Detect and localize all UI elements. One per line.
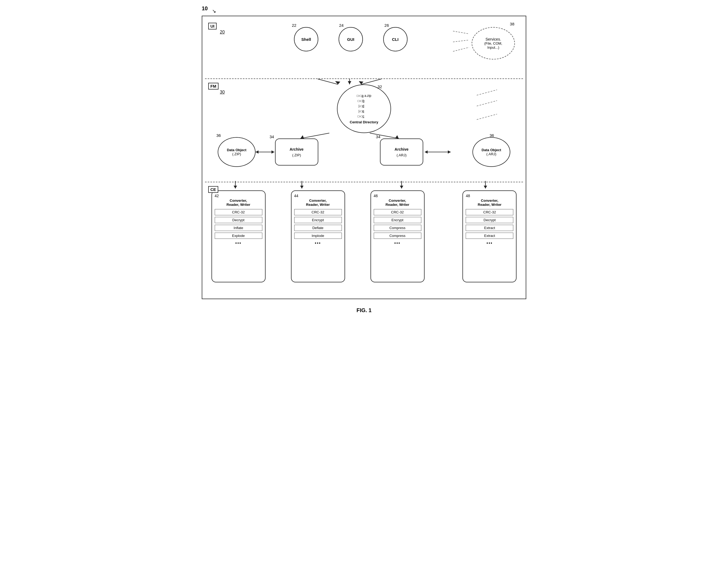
encrypt-46: Encrypt bbox=[374, 217, 421, 223]
ui-layer: UI 20 Shell 22 GUI 24 CLI 26 Services. (… bbox=[205, 19, 523, 79]
ce-layer: CE 40 42 Converter, Reader, Writer CRC-3… bbox=[205, 182, 523, 296]
data-obj-zip-ref: 36 bbox=[216, 133, 221, 138]
svg-marker-26 bbox=[300, 186, 304, 189]
crc32-46: CRC-32 bbox=[374, 209, 421, 215]
archive-zip-node: Archive (.ZIP) bbox=[275, 139, 318, 166]
data-obj-arj-ref: 36 bbox=[490, 133, 494, 138]
converter-44: 44 Converter, Reader, Writer CRC-32 Encr… bbox=[291, 190, 345, 282]
svg-line-22 bbox=[477, 114, 497, 120]
dots-44: ••• bbox=[315, 241, 321, 246]
svg-marker-30 bbox=[484, 186, 487, 189]
dots-46: ••• bbox=[394, 241, 401, 246]
ui-label: UI bbox=[208, 23, 217, 29]
ref-10-arrow: ↘ bbox=[212, 8, 216, 14]
services-ref: 38 bbox=[510, 22, 514, 26]
crc32-44: CRC-32 bbox=[294, 209, 342, 215]
inflate-42: Inflate bbox=[215, 225, 262, 231]
crc32-48: CRC-32 bbox=[466, 209, 513, 215]
svg-line-10 bbox=[300, 133, 329, 139]
deflate-44: Deflate bbox=[294, 225, 342, 231]
extract2-48: Extract bbox=[466, 233, 513, 239]
shell-node: Shell bbox=[294, 27, 318, 51]
implode-44: Implode bbox=[294, 233, 342, 239]
svg-marker-9 bbox=[359, 81, 363, 84]
fig-label: FIG. 1 bbox=[202, 307, 526, 313]
svg-marker-13 bbox=[395, 135, 399, 139]
svg-line-8 bbox=[361, 79, 381, 84]
svg-marker-28 bbox=[400, 186, 404, 189]
decrypt-42: Decrypt bbox=[215, 217, 262, 223]
svg-line-20 bbox=[477, 90, 497, 95]
svg-line-12 bbox=[370, 133, 399, 139]
converter-46: 46 Converter, Reader, Writer CRC-32 Encr… bbox=[370, 190, 425, 282]
svg-marker-16 bbox=[272, 150, 275, 154]
fm-ref-label: 20 bbox=[220, 30, 225, 35]
fm-ref-30: 30 bbox=[220, 90, 225, 94]
svg-marker-24 bbox=[234, 186, 237, 189]
svg-line-2 bbox=[453, 47, 469, 51]
svg-marker-15 bbox=[256, 150, 259, 154]
svg-line-0 bbox=[453, 31, 469, 34]
crc32-42: CRC-32 bbox=[215, 209, 262, 215]
services-node: Services. (File, COM, Input...) bbox=[472, 27, 515, 60]
cli-node: CLI bbox=[383, 27, 408, 51]
cli-ref: 26 bbox=[385, 23, 389, 27]
page-container: 10 ↘ UI 20 Shell 22 GUI 24 CLI 26 S bbox=[202, 5, 526, 313]
ref-10: 10 bbox=[202, 5, 208, 12]
encrypt-44: Encrypt bbox=[294, 217, 342, 223]
archive-zip-ref: 34 bbox=[270, 134, 274, 139]
explode-42: Explode bbox=[215, 233, 262, 239]
cd-ref: 32 bbox=[378, 84, 382, 89]
fm-label: FM bbox=[208, 83, 218, 89]
ce-top-arrows bbox=[205, 181, 523, 192]
svg-marker-5 bbox=[335, 81, 340, 84]
compress2-46: Compress bbox=[374, 233, 421, 239]
svg-marker-18 bbox=[448, 150, 451, 154]
gui-node: GUI bbox=[339, 27, 363, 51]
compress1-46: Compress bbox=[374, 225, 421, 231]
svg-marker-7 bbox=[348, 81, 351, 84]
central-directory-node: □-□a a.zip □-□b |-□d |-□e □-□c Central D… bbox=[337, 84, 391, 133]
data-obj-zip-node: Data Object (.ZIP) bbox=[218, 137, 256, 167]
data-obj-arj-node: Data Object (.ARJ) bbox=[472, 137, 510, 167]
svg-line-21 bbox=[477, 101, 497, 106]
extract1-48: Extract bbox=[466, 225, 513, 231]
dots-48: ••• bbox=[487, 241, 493, 246]
svg-line-4 bbox=[318, 79, 338, 84]
fm-layer: FM 30 □-□a a.zip □-□b |-□d |-□e □-□c Cen… bbox=[205, 79, 523, 182]
svg-line-1 bbox=[453, 40, 469, 42]
diagram-outer: UI 20 Shell 22 GUI 24 CLI 26 Services. (… bbox=[202, 16, 526, 299]
archive-arj-ref: 34 bbox=[376, 134, 381, 139]
shell-ref: 22 bbox=[292, 23, 296, 27]
converter-48: 48 Converter, Reader, Writer CRC-32 Decr… bbox=[463, 190, 516, 282]
archive-arj-node: Archive (.ARJ) bbox=[380, 139, 423, 166]
cd-label: Central Directory bbox=[350, 120, 378, 124]
gui-ref: 24 bbox=[339, 23, 344, 27]
ce-label: CE bbox=[208, 186, 218, 193]
converter-42: 42 Converter, Reader, Writer CRC-32 Decr… bbox=[212, 190, 265, 282]
svg-marker-19 bbox=[425, 150, 428, 154]
decrypt-48: Decrypt bbox=[466, 217, 513, 223]
dots-42: ••• bbox=[235, 241, 241, 246]
cd-tree: □-□a a.zip □-□b |-□d |-□e □-□c bbox=[357, 93, 371, 119]
